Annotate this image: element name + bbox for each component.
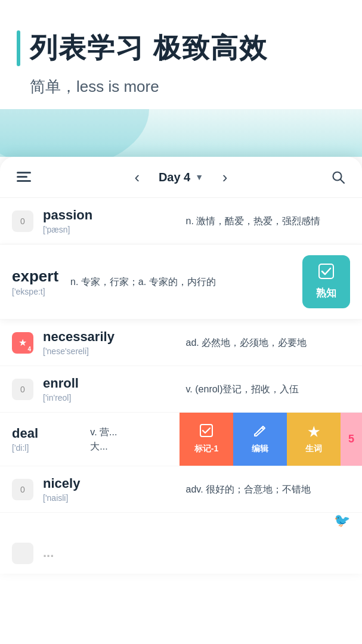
teal-accent-bar [17, 30, 20, 66]
page-subtitle: 简单，less is more [30, 78, 159, 95]
star-icon: ★ [18, 337, 27, 348]
vocab-label: 生词 [305, 444, 322, 454]
header-section: 列表学习 极致高效 简单，less is more [0, 0, 362, 109]
edit-label: 编辑 [252, 444, 268, 454]
word-info-necessarily: necessarily ['nese'sereli] [43, 329, 180, 356]
deal-count-badge: 5 [341, 413, 362, 466]
day-selector[interactable]: Day 4 ▼ [159, 171, 203, 184]
decorative-wave [0, 109, 362, 157]
svg-rect-0 [17, 172, 31, 174]
page-title: 列表学习 极致高效 [30, 30, 268, 67]
word-info-partial: ... [43, 545, 350, 562]
forward-button[interactable]: › [215, 168, 234, 187]
expert-word-block: expert ['ekspe:t] [12, 267, 58, 296]
star-count: 4 [27, 346, 31, 352]
day-label: Day 4 [159, 171, 190, 184]
word-row-expert[interactable]: expert ['ekspe:t] n. 专家，行家；a. 专家的，内行的 熟知 [0, 244, 362, 320]
check-icon [318, 264, 334, 283]
count-badge-passion: 0 [12, 210, 33, 232]
word-en-enroll: enroll [43, 376, 180, 391]
word-phonetic-deal: ['di:l] [12, 443, 84, 453]
toolbar: ‹ Day 4 ▼ › [0, 157, 362, 198]
known-button[interactable]: 熟知 [302, 255, 350, 308]
word-phonetic-nicely: ['naisli] [43, 493, 180, 503]
heart-icon: 🐦 [334, 513, 350, 528]
word-info-enroll: enroll ['in'reol] [43, 376, 180, 402]
word-row-necessarily[interactable]: ★ 4 necessarily ['nese'sereli] ad. 必然地，必… [0, 320, 362, 366]
word-en-deal: deal [12, 426, 84, 441]
count-badge-nicely: 0 [12, 479, 33, 500]
svg-rect-1 [17, 176, 27, 178]
word-card-container: ‹ Day 4 ▼ › 0 passion ['pæsn] n. 激情，酷爱，热… [0, 157, 362, 574]
word-phonetic-passion: ['pæsn] [43, 225, 180, 234]
toolbar-nav: ‹ Day 4 ▼ › [128, 168, 234, 187]
star-icon-vocab: ★ [308, 425, 320, 440]
word-cn-necessarily: ad. 必然地，必须地，必要地 [180, 336, 350, 350]
chevron-down-icon: ▼ [195, 172, 203, 182]
word-cn-deal: v. 营...大... [84, 425, 177, 454]
mark-icon [200, 424, 213, 440]
search-button[interactable] [329, 168, 348, 187]
known-label: 熟知 [316, 286, 336, 300]
word-cn-expert: n. 专家，行家；a. 专家的，内行的 [70, 274, 302, 290]
word-row-nicely-container: 0 nicely ['naisli] adv. 很好的；合意地；不错地 🐦 [0, 466, 362, 533]
word-row-enroll[interactable]: 0 enroll ['in'reol] v. (enrol)登记，招收，入伍 [0, 366, 362, 413]
mark-label: 标记-1 [194, 444, 218, 454]
svg-line-4 [341, 179, 344, 183]
word-phonetic-expert: ['ekspe:t] [12, 287, 58, 296]
word-info-deal: deal ['di:l] [12, 426, 84, 453]
word-en-necessarily: necessarily [43, 329, 180, 345]
star-badge-necessarily: ★ 4 [12, 332, 33, 354]
menu-button[interactable] [14, 168, 33, 187]
title-row: 列表学习 极致高效 [17, 30, 345, 67]
word-en-expert: expert [12, 267, 58, 286]
edit-icon [253, 424, 267, 440]
svg-rect-5 [319, 264, 333, 278]
svg-rect-2 [17, 180, 31, 182]
word-row-nicely[interactable]: 0 nicely ['naisli] adv. 很好的；合意地；不错地 [0, 466, 362, 513]
word-en-passion: passion [43, 208, 180, 223]
swipe-actions: 标记-1 编辑 ★ 生词 5 [180, 413, 362, 466]
word-cn-enroll: v. (enrol)登记，招收，入伍 [180, 382, 350, 397]
word-en-partial: ... [43, 545, 350, 561]
count-badge-partial [12, 543, 33, 564]
mark-button[interactable]: 标记-1 [180, 413, 233, 466]
word-info-passion: passion ['pæsn] [43, 208, 180, 234]
word-row-deal[interactable]: deal ['di:l] v. 营...大... 标记-1 [0, 413, 362, 466]
word-row-passion[interactable]: 0 passion ['pæsn] n. 激情，酷爱，热爱，强烈感情 [0, 198, 362, 244]
word-cn-nicely: adv. 很好的；合意地；不错地 [180, 482, 350, 497]
word-phonetic-enroll: ['in'reol] [43, 393, 180, 402]
count-badge-enroll: 0 [12, 379, 33, 400]
word-cn-passion: n. 激情，酷爱，热爱，强烈感情 [180, 214, 350, 228]
back-button[interactable]: ‹ [128, 168, 147, 187]
partial-bottom-row: ... [0, 533, 362, 574]
word-info-nicely: nicely ['naisli] [43, 476, 180, 503]
vocab-button[interactable]: ★ 生词 [287, 413, 341, 466]
word-phonetic-necessarily: ['nese'sereli] [43, 346, 180, 356]
edit-button[interactable]: 编辑 [233, 413, 287, 466]
heart-icon-row: 🐦 [0, 513, 362, 533]
word-en-nicely: nicely [43, 476, 180, 491]
